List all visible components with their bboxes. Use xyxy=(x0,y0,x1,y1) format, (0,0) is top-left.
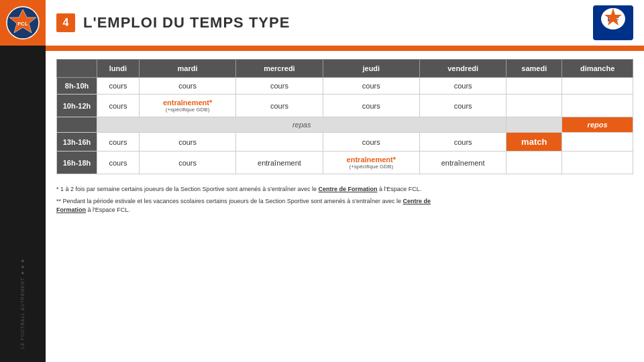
col-header-lundi: lundi xyxy=(97,60,140,78)
footnote-1-link: Centre de Formation xyxy=(318,186,377,192)
col-header-mercredi: mercredi xyxy=(236,60,323,78)
samedi-8h xyxy=(506,78,562,95)
entrainement-special-label: entraînement* xyxy=(163,99,212,107)
col-header-dimanche: dimanche xyxy=(562,60,633,78)
footnote-2-link: Centre deFormation xyxy=(56,198,431,214)
time-label: 16h-18h xyxy=(57,152,97,174)
lundi-10h: cours xyxy=(97,95,140,117)
schedule-table: lundi mardi mercredi jeudi vendredi same… xyxy=(56,59,633,174)
sidebar: FCL le football autrement ★★★ xyxy=(0,0,46,362)
mardi-13h: cours xyxy=(139,133,235,152)
dimanche-8h xyxy=(562,78,633,95)
sidebar-tagline: le football autrement ★★★ xyxy=(20,257,25,349)
vendredi-10h: cours xyxy=(419,95,506,117)
vendredi-8h: cours xyxy=(419,78,506,95)
section-number: 4 xyxy=(56,13,75,32)
col-header-samedi: samedi xyxy=(506,60,562,78)
entrainement-sub-jeudi: (+spécifique GDB) xyxy=(326,164,417,170)
svg-text:FCL: FCL xyxy=(17,21,28,27)
repos-cell: repos xyxy=(562,117,633,133)
mercredi-16h: entraînement xyxy=(236,152,323,174)
mardi-16h: cours xyxy=(139,152,235,174)
time-label: 8h-10h xyxy=(57,78,97,95)
mardi-8h: cours xyxy=(139,78,235,95)
vendredi-13h: cours xyxy=(419,133,506,152)
repas-row: repas repos xyxy=(57,117,633,133)
col-header-mardi: mardi xyxy=(139,60,235,78)
footer-notes: * 1 à 2 fois par semaine certains joueur… xyxy=(46,180,644,215)
mercredi-10h: cours xyxy=(236,95,323,117)
samedi-16h xyxy=(506,152,562,174)
table-row: 10h-12h cours entraînement* (+spécifique… xyxy=(57,95,633,117)
accent-bar xyxy=(46,46,644,51)
lundi-16h: cours xyxy=(97,152,140,174)
jeudi-8h: cours xyxy=(323,78,419,95)
table-row: 16h-18h cours cours entraînement entraîn… xyxy=(57,152,633,174)
table-header-row: lundi mardi mercredi jeudi vendredi same… xyxy=(57,60,633,78)
page-title: L'EMPLOI DU TEMPS TYPE xyxy=(83,14,290,32)
lundi-13h: cours xyxy=(97,133,140,152)
samedi-10h xyxy=(506,95,562,117)
table-row: 13h-16h cours cours cours cours match xyxy=(57,133,633,152)
mardi-10h: entraînement* (+spécifique GDB) xyxy=(139,95,235,117)
lundi-8h: cours xyxy=(97,78,140,95)
repas-time xyxy=(57,117,97,133)
vendredi-16h: entraînement xyxy=(419,152,506,174)
dimanche-10h xyxy=(562,95,633,117)
footnote-1: * 1 à 2 fois par semaine certains joueur… xyxy=(56,185,633,194)
time-label: 13h-16h xyxy=(57,133,97,152)
entrainement-special-jeudi: entraînement* xyxy=(347,156,396,164)
fff-logo: FFF xyxy=(593,5,633,40)
repas-label: repas xyxy=(97,117,506,133)
samedi-repas xyxy=(506,117,562,133)
entrainement-sub: (+spécifique GDB) xyxy=(142,107,233,113)
match-cell: match xyxy=(506,133,562,152)
fc-lorient-logo: FCL xyxy=(5,5,40,40)
dimanche-13h xyxy=(562,133,633,152)
dimanche-16h xyxy=(562,152,633,174)
col-header-time xyxy=(57,60,97,78)
footnote-2: ** Pendant la période estivale et les va… xyxy=(56,197,633,215)
jeudi-10h: cours xyxy=(323,95,419,117)
jeudi-16h: entraînement* (+spécifique GDB) xyxy=(323,152,419,174)
table-row: 8h-10h cours cours cours cours cours xyxy=(57,78,633,95)
schedule-table-area: lundi mardi mercredi jeudi vendredi same… xyxy=(46,51,644,180)
sidebar-logo-area: FCL xyxy=(0,0,46,46)
mercredi-13h xyxy=(236,133,323,152)
time-label: 10h-12h xyxy=(57,95,97,117)
page-header: 4 L'EMPLOI DU TEMPS TYPE FFF xyxy=(46,0,644,46)
mercredi-8h: cours xyxy=(236,78,323,95)
main-content: 4 L'EMPLOI DU TEMPS TYPE FFF lundi mardi… xyxy=(46,0,644,362)
jeudi-13h: cours xyxy=(323,133,419,152)
col-header-vendredi: vendredi xyxy=(419,60,506,78)
col-header-jeudi: jeudi xyxy=(323,60,419,78)
